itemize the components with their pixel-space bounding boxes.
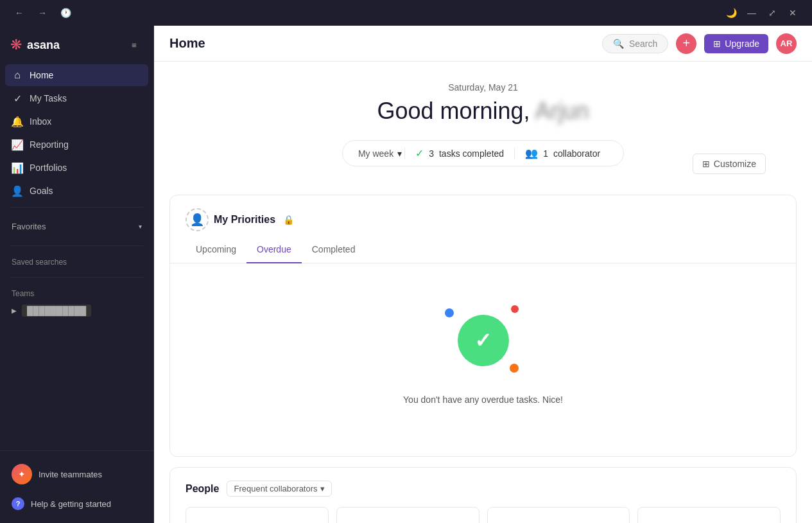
people-icon: 👥 [525, 147, 538, 159]
home-greeting: Good morning, Arjun [169, 98, 797, 125]
teams-item[interactable]: ▶ ██████████ [12, 301, 142, 321]
close-button[interactable]: ✕ [784, 4, 802, 22]
goals-icon: 👤 [12, 185, 23, 197]
empty-state-visual: ✓ [445, 302, 522, 379]
sidebar-divider-2 [10, 245, 143, 246]
forward-button[interactable]: → [33, 4, 51, 22]
reporting-icon: 📈 [12, 139, 23, 150]
tasks-icon: ✓ [12, 93, 23, 104]
sidebar-divider-3 [10, 277, 143, 278]
titlebar-right: 🌙 — ⤢ ✕ [722, 4, 802, 22]
sidebar-nav: ⌂ Home ✓ My Tasks 🔔 Inbox 📈 Reporting 📊 … [0, 64, 153, 450]
priorities-lock-icon: 🔒 [283, 215, 294, 225]
sidebar-item-label: My Tasks [30, 93, 67, 103]
week-label: My week [358, 148, 393, 159]
favorites-title: Favorites [12, 222, 46, 231]
sidebar-item-reporting[interactable]: 📈 Reporting [5, 134, 148, 155]
favorites-section: Favorites ▾ [5, 213, 148, 240]
favorites-arrow: ▾ [139, 223, 142, 230]
tab-overdue[interactable]: Overdue [246, 239, 302, 263]
people-title: People [186, 483, 219, 495]
collaborators-dropdown-icon: ▾ [320, 484, 325, 493]
back-button[interactable]: ← [10, 4, 28, 22]
collaborators-dropdown[interactable]: Frequent collaborators ▾ [227, 481, 331, 497]
collaborators-label: collaborator [553, 148, 600, 159]
upgrade-icon: ⊞ [713, 39, 721, 49]
minimize-button[interactable]: — [743, 4, 761, 22]
tab-completed[interactable]: Completed [302, 239, 366, 263]
asana-logo[interactable]: ❋ asana [10, 37, 60, 53]
sidebar-item-label: Inbox [30, 116, 51, 127]
tab-upcoming[interactable]: Upcoming [186, 239, 246, 263]
sidebar-item-home[interactable]: ⌂ Home [5, 64, 148, 86]
sidebar-header: ❋ asana ≡ [0, 26, 153, 64]
portfolios-icon: 📊 [12, 162, 23, 173]
priorities-card: 👤 My Priorities 🔒 Upcoming Overdue Compl… [169, 195, 797, 457]
invite-icon: ✦ [12, 464, 32, 484]
sidebar-divider-1 [10, 207, 143, 208]
greeting-prefix: Good morning, [377, 98, 530, 124]
dot-blue [445, 308, 454, 317]
empty-state-message: You don't have any overdue tasks. Nice! [403, 394, 563, 405]
team-arrow-icon: ▶ [12, 307, 17, 314]
tasks-count: 3 [429, 148, 434, 159]
favorites-header[interactable]: Favorites ▾ [12, 218, 142, 235]
upgrade-label: Upgrade [725, 39, 759, 49]
search-box[interactable]: 🔍 Search [602, 34, 668, 53]
empty-circle-checkmark: ✓ [458, 315, 509, 366]
topbar-right: 🔍 Search + ⊞ Upgrade AR [602, 33, 797, 54]
teams-label: Teams [12, 285, 142, 301]
home-header: Saturday, May 21 Good morning, Arjun My … [154, 62, 812, 184]
app-container: ❋ asana ≡ ⌂ Home ✓ My Tasks 🔔 Inbox 📈 Re… [0, 26, 812, 523]
week-dropdown-icon: ▾ [397, 148, 402, 159]
sidebar-item-label: Goals [30, 186, 53, 196]
maximize-button[interactable]: ⤢ [763, 4, 781, 22]
collaborators-stat: 👥 1 collaborator [514, 147, 610, 159]
upgrade-button[interactable]: ⊞ Upgrade [704, 34, 768, 53]
invite-label: Invite teammates [39, 470, 102, 479]
customize-button[interactable]: ⊞ Customize [693, 154, 766, 174]
help-button[interactable]: ? Help & getting started [5, 492, 148, 515]
help-label: Help & getting started [31, 499, 111, 509]
dot-orange [510, 364, 519, 373]
home-stats: My week ▾ ✓ 3 tasks completed 👥 1 [342, 140, 624, 166]
sidebar-footer: ✦ Invite teammates ? Help & getting star… [0, 450, 153, 523]
help-icon: ? [12, 497, 24, 510]
sidebar-item-goals[interactable]: 👤 Goals [5, 180, 148, 202]
priorities-tabs: Upcoming Overdue Completed [170, 231, 796, 263]
collaborators-label: Frequent collaborators [234, 484, 317, 493]
search-placeholder-text: Search [629, 39, 657, 49]
sidebar-item-inbox[interactable]: 🔔 Inbox [5, 111, 148, 132]
priorities-body: ✓ You don't have any overdue tasks. Nice… [170, 263, 796, 456]
sidebar-item-portfolios[interactable]: 📊 Portfolios [5, 157, 148, 179]
person-card-2 [336, 507, 479, 523]
priorities-avatar: 👤 [186, 208, 209, 231]
sidebar-item-label: Portfolios [30, 163, 67, 173]
person-card-1 [186, 507, 329, 523]
people-grid [186, 507, 781, 523]
sidebar: ❋ asana ≡ ⌂ Home ✓ My Tasks 🔔 Inbox 📈 Re… [0, 26, 154, 523]
inbox-icon: 🔔 [12, 116, 23, 127]
person-card-3 [487, 507, 630, 523]
sidebar-collapse-button[interactable]: ≡ [125, 36, 143, 54]
home-date: Saturday, May 21 [169, 82, 797, 93]
dot-red [511, 305, 519, 313]
asana-logo-text: asana [27, 39, 60, 52]
topbar: Home 🔍 Search + ⊞ Upgrade AR [154, 26, 812, 62]
avatar[interactable]: AR [776, 33, 797, 54]
moon-button[interactable]: 🌙 [722, 4, 740, 22]
history-button[interactable]: 🕐 [56, 4, 74, 22]
stats-wrapper: My week ▾ ✓ 3 tasks completed 👥 1 [342, 140, 624, 166]
priorities-header: 👤 My Priorities 🔒 [170, 195, 796, 231]
page-title: Home [169, 36, 205, 51]
saved-searches-label: Saved searches [12, 254, 142, 269]
invite-teammates-button[interactable]: ✦ Invite teammates [5, 459, 148, 490]
tasks-label: tasks completed [439, 148, 504, 159]
sidebar-item-my-tasks[interactable]: ✓ My Tasks [5, 87, 148, 109]
main-area: Home 🔍 Search + ⊞ Upgrade AR Saturday, M… [154, 26, 812, 523]
check-icon: ✓ [415, 147, 424, 159]
sidebar-item-label: Home [30, 70, 53, 80]
week-selector[interactable]: My week ▾ [356, 148, 404, 159]
add-button[interactable]: + [676, 33, 696, 54]
home-stats-row: My week ▾ ✓ 3 tasks completed 👥 1 [169, 140, 797, 166]
